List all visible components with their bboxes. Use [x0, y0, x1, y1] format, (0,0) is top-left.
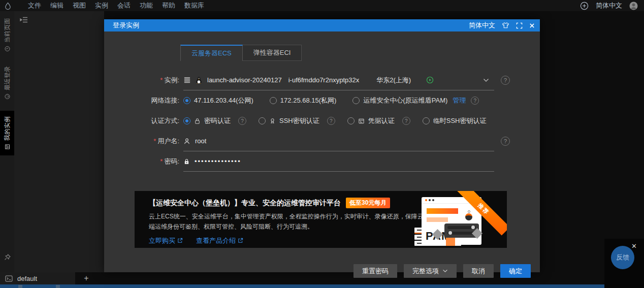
dialog-header[interactable]: 登录实例 简体中文: [104, 19, 540, 31]
dialog-tabs: 云服务器ECS 弹性容器ECI: [180, 45, 540, 61]
required-marker: *: [153, 137, 156, 145]
password-field[interactable]: ••••••••••••••: [183, 151, 494, 172]
promo-description: 云上ECS统一、安全运维平台，集中管理资产权限，全程监控操作行为，实时审计、录像…: [149, 212, 426, 232]
person-icon: [183, 138, 190, 145]
terminal-tab-default[interactable]: default: [0, 272, 75, 284]
help-icon[interactable]: ?: [501, 137, 510, 146]
app-logo-icon: [0, 2, 15, 10]
close-icon[interactable]: [529, 23, 535, 28]
menu-item-session[interactable]: 会话: [113, 0, 135, 11]
sidebar-item-label: 当前页面: [3, 18, 12, 43]
pam-illustration: PAM 推荐: [422, 195, 498, 246]
help-icon[interactable]: ?: [501, 76, 510, 85]
clock-icon: [4, 46, 10, 52]
side-panel: [14, 11, 104, 272]
auth-options: 密码认证 ? SSH密钥认证 ? 凭据认证: [183, 116, 510, 125]
feedback-close-icon[interactable]: ✕: [631, 243, 637, 249]
statusbar-icon: [56, 285, 60, 288]
chevron-down-icon[interactable]: [483, 78, 489, 82]
username-field[interactable]: root: [183, 131, 494, 151]
radio-icon[interactable]: [423, 117, 430, 124]
buy-now-link[interactable]: 立即购买: [149, 236, 183, 245]
dialog-language-selector[interactable]: 简体中文: [469, 21, 495, 30]
feedback-widget: ✕ 反馈: [604, 239, 644, 288]
lock-filled-icon: [183, 158, 190, 165]
radio-icon[interactable]: [183, 97, 190, 104]
external-link-icon: [238, 238, 243, 243]
password-row: *密码: •••••••••••••• ?: [104, 151, 540, 172]
sidebar-item-current-page[interactable]: 当前页面: [0, 15, 14, 55]
theme-shirt-icon[interactable]: [502, 22, 509, 29]
radio-credential-auth[interactable]: 凭据认证 ?: [347, 116, 410, 125]
add-circle-icon[interactable]: [580, 2, 589, 10]
menu-item-database[interactable]: 数据库: [180, 0, 209, 11]
feedback-button[interactable]: 反馈: [611, 246, 634, 269]
username-row: *用户名: root ?: [104, 131, 540, 151]
menu-item-edit[interactable]: 编辑: [46, 0, 68, 11]
required-marker: *: [160, 157, 163, 165]
instance-select[interactable]: launch-advisor-20240127 i-uf6fmddo7r2nxy…: [183, 70, 494, 90]
new-terminal-button[interactable]: +: [75, 274, 98, 283]
menubar: 文件 编辑 视图 实例 会话 功能 帮助 数据库 简体中文: [0, 0, 644, 11]
sidebar-item-my-instances[interactable]: 我的实例: [0, 111, 14, 155]
dialog-title: 登录实例: [113, 21, 139, 30]
username-label: *用户名:: [104, 137, 179, 146]
reset-password-button[interactable]: 重置密码: [353, 264, 397, 278]
terminal-tab-label: default: [17, 275, 37, 282]
language-selector[interactable]: 简体中文: [596, 1, 622, 10]
radio-pam[interactable]: 运维安全中心(原运维盾PAM): [352, 96, 447, 105]
help-icon[interactable]: ?: [471, 97, 479, 105]
tab-eci[interactable]: 弹性容器ECI: [243, 45, 302, 61]
radio-public-ip[interactable]: 47.116.203.44(公网): [183, 96, 253, 105]
cancel-button[interactable]: 取消: [463, 264, 494, 278]
network-label: 网络连接:: [104, 96, 179, 105]
radio-temp-ssh-key-auth[interactable]: 临时SSH密钥认证: [423, 116, 487, 125]
sidebar-item-recent-logins[interactable]: 最近登录: [0, 63, 14, 103]
radio-icon[interactable]: [183, 117, 190, 124]
confirm-button[interactable]: 确定: [500, 264, 531, 278]
instance-region: 华东2(上海): [376, 76, 411, 85]
auth-label: 认证方式:: [104, 116, 179, 125]
statusbar-icon: [18, 285, 22, 288]
sidebar-item-label: 最近登录: [3, 66, 12, 90]
key-icon: [269, 118, 276, 124]
menu-items: 文件 编辑 视图 实例 会话 功能 帮助 数据库: [23, 0, 209, 11]
radio-icon[interactable]: [352, 97, 360, 104]
linux-penguin-icon: [195, 76, 203, 84]
help-icon[interactable]: ?: [238, 117, 246, 125]
manage-link[interactable]: 管理: [453, 96, 466, 105]
credential-card-icon: [358, 118, 365, 124]
tab-ecs[interactable]: 云服务器ECS: [180, 45, 243, 61]
help-icon[interactable]: ?: [327, 117, 335, 125]
product-intro-link[interactable]: 查看产品介绍: [196, 236, 243, 245]
history-icon: [4, 93, 10, 100]
fullscreen-icon[interactable]: [516, 22, 523, 29]
network-row: 网络连接: 47.116.203.44(公网) 172.25.68.15(私网): [104, 90, 540, 111]
menu-item-file[interactable]: 文件: [23, 0, 46, 11]
outline-toggle-icon[interactable]: [19, 16, 28, 23]
auth-row: 认证方式: 密码认证 ? SSH密钥认证 ?: [104, 111, 540, 131]
full-options-button[interactable]: 完整选项: [404, 264, 457, 278]
radio-icon[interactable]: [259, 117, 266, 124]
instance-label: *实例:: [104, 76, 179, 85]
radio-ssh-key-auth[interactable]: SSH密钥认证 ?: [259, 116, 335, 125]
help-icon[interactable]: ?: [402, 117, 410, 125]
menu-item-view[interactable]: 视图: [68, 0, 90, 11]
sidebar-item-label: 我的实例: [3, 116, 12, 141]
chevron-down-icon: [442, 269, 448, 273]
required-marker: *: [160, 76, 163, 84]
price-badge: 低至30元每月: [346, 198, 390, 208]
pin-icon[interactable]: [0, 253, 14, 261]
radio-password-auth[interactable]: 密码认证 ?: [183, 116, 246, 125]
menu-item-help[interactable]: 帮助: [157, 0, 180, 11]
radio-private-ip[interactable]: 172.25.68.15(私网): [270, 96, 337, 105]
promo-banner: 【运维安全中心（堡垒机）】专业、安全的运维管控审计平台 低至30元每月 云上EC…: [135, 191, 507, 248]
radio-icon[interactable]: [347, 117, 355, 124]
menu-item-instance[interactable]: 实例: [90, 0, 113, 11]
user-avatar[interactable]: [629, 2, 638, 10]
radio-icon[interactable]: [270, 97, 277, 104]
server-grid-icon: [4, 144, 10, 150]
terminal-icon: [5, 275, 13, 282]
menu-item-features[interactable]: 功能: [135, 0, 157, 11]
person-figure: [465, 213, 472, 220]
